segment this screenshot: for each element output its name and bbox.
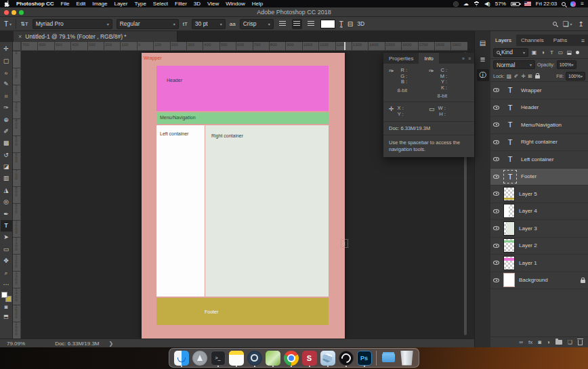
tab-properties[interactable]: Properties (383, 53, 419, 64)
visibility-eye-icon[interactable] (493, 88, 499, 92)
volume-icon[interactable]: ◀) (484, 1, 490, 7)
close-window-button[interactable] (4, 10, 9, 15)
dock-photoshop-icon[interactable]: Ps (356, 349, 372, 366)
foreground-color-swatch[interactable] (1, 292, 7, 298)
text-layer-thumbnail[interactable]: T (503, 138, 517, 146)
blur-tool[interactable]: ◮ (1, 185, 12, 196)
new-layer-icon[interactable]: ❏ (568, 339, 572, 345)
history-brush-tool[interactable]: ↺ (1, 150, 12, 161)
dock-trash-icon[interactable] (399, 349, 415, 366)
font-family-select[interactable]: Myriad Pro▾ (33, 19, 112, 29)
opacity-select[interactable]: 100%▾ (557, 60, 576, 69)
search-icon[interactable] (553, 22, 557, 26)
visibility-eye-icon[interactable] (493, 209, 499, 213)
dock-launchpad-icon[interactable] (192, 349, 207, 366)
menu-file[interactable]: File (61, 1, 70, 7)
layer-row-layer-1[interactable]: Layer 1 (490, 255, 588, 272)
lock-paint-icon[interactable]: ✐ (514, 73, 518, 79)
document-tab[interactable]: × Untitled-1 @ 79.1% (Footer , RGB/8#) * (14, 31, 177, 42)
workspace-switcher-icon[interactable]: ❏▾ (563, 20, 572, 28)
vertical-ruler[interactable]: 0100200300400500600700800900100011001200… (13, 51, 21, 339)
blend-mode-select[interactable]: Normal▾ (493, 60, 535, 69)
path-selection-tool[interactable]: ➤ (1, 232, 12, 243)
input-language-flag-icon[interactable] (524, 1, 531, 6)
align-center-button[interactable] (292, 19, 302, 29)
tab-channels[interactable]: Channels (516, 35, 549, 46)
menubar-app-icon[interactable] (453, 1, 459, 7)
layer-row-header[interactable]: THeader (490, 100, 588, 117)
spotlight-icon[interactable] (562, 2, 566, 6)
visibility-eye-icon[interactable] (493, 157, 499, 161)
clone-stamp-tool[interactable]: ▩ (1, 137, 12, 149)
menu-help[interactable]: Help (252, 1, 263, 7)
dock-slack-icon[interactable]: S (301, 349, 317, 366)
eraser-tool[interactable]: ◪ (1, 161, 12, 173)
text-layer-thumbnail[interactable]: T (503, 170, 517, 183)
visibility-eye-icon[interactable] (493, 123, 499, 127)
lock-artboard-icon[interactable]: ⊞ (528, 73, 532, 79)
lock-all-icon[interactable] (535, 75, 540, 79)
layer-row-left-container[interactable]: TLeft container (490, 151, 588, 169)
visibility-eye-icon[interactable] (493, 226, 499, 230)
dock-obs-icon[interactable] (338, 349, 354, 366)
panel-menu-icon[interactable]: ≡ (468, 56, 471, 61)
collapse-panel-icon[interactable]: » (462, 56, 465, 61)
zoom-tool[interactable]: ⌕ (1, 267, 12, 278)
layers-panel-menu-icon[interactable]: ≡ (581, 35, 588, 46)
layer-row-layer-5[interactable]: Layer 5 (490, 186, 588, 203)
visibility-eye-icon[interactable] (493, 261, 499, 265)
wifi-icon[interactable] (474, 1, 480, 6)
tab-layers[interactable]: Layers (490, 35, 516, 46)
zoom-level[interactable]: 79.09% (7, 341, 25, 347)
gradient-tool[interactable]: ▥ (1, 173, 12, 184)
quick-selection-tool[interactable]: ✎ (1, 79, 12, 90)
close-tab-icon[interactable]: × (18, 33, 22, 40)
layer-thumbnail[interactable] (503, 204, 515, 218)
layer-row-right-container[interactable]: TRight container (490, 134, 588, 152)
hand-tool[interactable]: ✥ (1, 255, 12, 267)
layer-row-wrapper[interactable]: TWrapper (490, 82, 588, 100)
battery-icon[interactable] (511, 2, 520, 6)
pen-tool[interactable]: ✒ (1, 208, 12, 219)
header-block[interactable]: Header (156, 66, 329, 111)
right-container-block[interactable]: Right container (205, 125, 329, 297)
text-color-swatch[interactable] (320, 20, 335, 28)
text-layer-thumbnail[interactable]: T (503, 155, 517, 163)
quick-mask-icon[interactable]: ◙ (1, 302, 12, 311)
horizontal-ruler[interactable]: 7006005004003002001000100200300400500600… (21, 42, 467, 51)
menu-view[interactable]: View (207, 1, 219, 7)
visibility-eye-icon[interactable] (493, 140, 499, 144)
lock-position-icon[interactable]: ✛ (521, 73, 525, 79)
tool-preset-icon[interactable]: T▾ (4, 20, 12, 28)
font-size-select[interactable]: 30 pt▾ (192, 19, 226, 29)
pixel-filter-icon[interactable]: ▣ (530, 49, 538, 56)
text-orientation-icon[interactable]: ⇅T (20, 21, 28, 27)
info-panel-icon[interactable]: ⓘ (477, 69, 489, 81)
footer-block[interactable]: Footer (156, 298, 329, 325)
move-tool[interactable]: ✛ (1, 43, 12, 55)
dodge-tool[interactable]: ◎ (1, 196, 12, 208)
layer-row-footer[interactable]: TFooter (490, 169, 588, 186)
menu-navigation-block[interactable]: Menu/Navigation (156, 112, 329, 124)
dock-finder-icon[interactable] (173, 349, 189, 366)
tab-paths[interactable]: Paths (549, 35, 572, 46)
toggle-panels-icon[interactable]: ⊟ (348, 20, 353, 28)
visibility-eye-icon[interactable] (493, 278, 499, 282)
adjustment-layer-icon[interactable]: ◑ (547, 339, 550, 345)
menu-window[interactable]: Window (226, 1, 245, 7)
filter-kind-select[interactable]: Kind▾ (493, 48, 528, 57)
fill-select[interactable]: 100%▾ (566, 72, 585, 81)
rectangle-tool[interactable]: ▭ (1, 244, 12, 255)
layer-row-layer-3[interactable]: Layer 3 (490, 220, 588, 238)
menubar-clock[interactable]: Fri 22:03 (536, 1, 558, 7)
layer-thumbnail[interactable] (503, 187, 515, 201)
text-layer-thumbnail[interactable]: T (503, 121, 517, 129)
menu-image[interactable]: Image (92, 1, 107, 7)
delete-layer-icon[interactable] (578, 340, 583, 345)
dock-notes-icon[interactable] (228, 349, 244, 366)
3d-mode-button[interactable]: 3D (357, 20, 364, 27)
edit-toolbar-icon[interactable]: ⋯ (1, 279, 12, 290)
adjustment-filter-icon[interactable]: ◑ (539, 49, 547, 56)
lock-transparency-icon[interactable]: ▨ (507, 73, 511, 79)
layer-thumbnail[interactable] (503, 221, 515, 236)
